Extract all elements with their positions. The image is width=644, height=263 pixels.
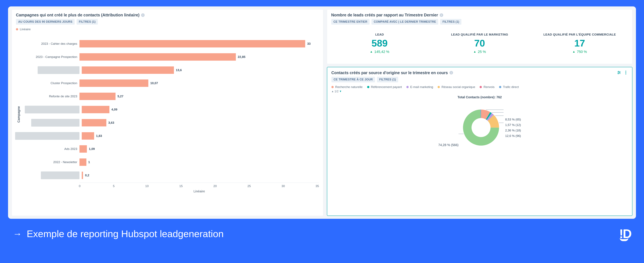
x-tick: 15 xyxy=(149,184,183,188)
bar-track: 13,6 xyxy=(82,66,319,74)
bar[interactable] xyxy=(82,172,83,179)
chip-filters[interactable]: FILTRES (1) xyxy=(440,19,462,24)
legend-item[interactable]: Renvois xyxy=(480,85,494,89)
chip-filters[interactable]: FILTRES (1) xyxy=(76,19,98,24)
more-menu-icon[interactable] xyxy=(624,70,628,75)
bar-row: Refonte de site 20235,27 xyxy=(22,90,319,102)
bar[interactable] xyxy=(80,145,87,153)
footer-caption: Exemple de reporting Hubspot leadgenerat… xyxy=(27,228,224,239)
chip-filters[interactable]: FILTRES (1) xyxy=(377,77,398,82)
bar[interactable] xyxy=(82,119,106,126)
donut-total: Total Contacts (nombre): 762 xyxy=(458,96,502,99)
pager-prev-icon[interactable]: ▲ xyxy=(332,90,334,93)
legend-pager[interactable]: ▲ 1/2 ▼ xyxy=(332,90,342,93)
bar[interactable] xyxy=(80,158,86,166)
panel-leads-title: Nombre de leads créés par rapport au Tri… xyxy=(331,13,443,17)
bar-value-label: 22,85 xyxy=(238,55,246,59)
bar[interactable] xyxy=(82,132,94,140)
bar-chart-xlabel: Linéaire xyxy=(80,190,319,193)
bar-label: Refonte de site 2023 xyxy=(22,94,80,98)
legend-item-lineaire: Linéaire xyxy=(16,28,31,31)
kpi-card: LEAD QUALIFIÉ PAR L'ÉQUIPE COMMERCIALE17… xyxy=(531,33,628,54)
bar[interactable] xyxy=(82,106,110,113)
info-icon[interactable]: i xyxy=(141,13,145,17)
donut-chart: Total Contacts (nombre): 762 74,28 % (56… xyxy=(332,96,628,153)
svg-point-8 xyxy=(625,74,626,74)
panel-campaigns: Campagnes qui ont créé le plus de contac… xyxy=(12,9,323,216)
legend-dot-icon xyxy=(480,86,482,88)
legend-item[interactable]: Recherche naturelle xyxy=(332,85,362,89)
chip-date-range[interactable]: CE TRIMESTRE ENTIER xyxy=(331,19,370,24)
bar-track: 5,27 xyxy=(80,93,319,100)
bar[interactable] xyxy=(80,53,236,61)
chip-date-range[interactable]: CE TRIMESTRE À CE JOUR xyxy=(332,77,375,82)
bar-value-label: 13,6 xyxy=(176,68,182,72)
bar-label: 2023 - Cahier des charges xyxy=(22,42,80,46)
legend-label: E-mail marketing xyxy=(410,85,433,89)
bar-value-label: 1,09 xyxy=(89,147,95,151)
legend-dot-icon xyxy=(438,86,440,88)
info-icon[interactable]: i xyxy=(450,71,453,74)
bar-label: Ads 2023 xyxy=(22,147,80,151)
trend-up-icon: ▲ xyxy=(473,50,476,54)
x-tick: 35 xyxy=(285,184,319,188)
donut-slice-label-3: 12,6 % (96) xyxy=(505,134,521,138)
bar-chart-x-axis: 05101520253035 xyxy=(80,182,319,188)
x-tick: 5 xyxy=(80,184,115,188)
panel-leads-title-text: Nombre de leads créés par rapport au Tri… xyxy=(331,13,438,17)
donut-slice-label-0: 8,53 % (65) xyxy=(505,118,521,121)
kpi-value: 70 xyxy=(431,38,528,49)
x-tick: 10 xyxy=(114,184,149,188)
bar-row: 0,2 xyxy=(22,170,319,181)
svg-point-5 xyxy=(618,73,618,74)
legend-item[interactable]: Réseau social organique xyxy=(438,85,475,89)
bar-value-label: 3,63 xyxy=(108,121,114,124)
legend-dot-icon xyxy=(332,86,334,88)
settings-sliders-icon[interactable] xyxy=(617,70,621,75)
trend-up-icon: ▲ xyxy=(370,50,373,54)
bar-track: 10,07 xyxy=(80,80,319,87)
dashboard: Campagnes qui ont créé le plus de contac… xyxy=(8,6,636,219)
bar[interactable] xyxy=(80,93,116,100)
bar-chart: Campagne 2023 - Cahier des charges332023… xyxy=(16,36,319,193)
legend-item[interactable]: Référencement payant xyxy=(367,85,402,89)
bar-value-label: 5,27 xyxy=(118,94,124,98)
legend-dot-icon xyxy=(367,86,370,88)
bar[interactable] xyxy=(80,40,305,48)
kpi-value: 589 xyxy=(331,38,428,49)
legend-label: Référencement payant xyxy=(371,85,402,89)
bar-track: 1 xyxy=(80,158,319,166)
bar-row: Ads 20231,09 xyxy=(22,143,319,155)
bar-row: 2023 - Campagne Prospection22,85 xyxy=(22,51,319,63)
panel-sources: Contacts créés par source d'origine sur … xyxy=(327,67,632,216)
x-tick: 20 xyxy=(183,184,217,188)
legend-label: Renvois xyxy=(484,85,494,89)
bar-row: 1,83 xyxy=(22,130,319,142)
bar-track: 1,09 xyxy=(80,145,319,153)
legend-item[interactable]: E-mail marketing xyxy=(406,85,433,89)
pager-next-icon[interactable]: ▼ xyxy=(339,90,342,93)
chip-compare[interactable]: COMPARÉ AVEC | LE DERNIER TRIMESTRE xyxy=(372,19,438,24)
bar[interactable] xyxy=(82,66,174,74)
chip-date-range[interactable]: AU COURS DES 90 DERNIERS JOURS xyxy=(16,19,75,24)
pager-text: 1/2 xyxy=(334,90,338,93)
kpi-row: LEAD589▲145,42 %LEAD QUALIFIÉ PAR LE MAR… xyxy=(331,33,628,54)
kpi-label: LEAD xyxy=(331,33,428,37)
arrow-right-icon: → xyxy=(13,228,22,239)
bar-track: 3,63 xyxy=(82,119,319,126)
sources-legend: Recherche naturelleRéférencement payantE… xyxy=(332,85,628,89)
legend-label: Réseau social organique xyxy=(442,85,475,89)
legend-label: Trafic direct xyxy=(503,85,519,89)
bar-label-redacted xyxy=(25,106,80,114)
kpi-delta: ▲25 % xyxy=(473,50,486,54)
info-icon[interactable]: i xyxy=(440,13,443,17)
bar-chart-ylabel: Campagne xyxy=(16,106,22,122)
bar-track: 1,83 xyxy=(82,132,319,140)
donut-total-label: Total Contacts (nombre): xyxy=(458,96,496,99)
legend-label: Linéaire xyxy=(20,28,31,31)
bar-track: 33 xyxy=(80,40,319,48)
bar-label-redacted xyxy=(15,132,80,140)
bar-label-redacted xyxy=(38,66,80,74)
bar[interactable] xyxy=(80,80,148,87)
legend-item[interactable]: Trafic direct xyxy=(499,85,519,89)
